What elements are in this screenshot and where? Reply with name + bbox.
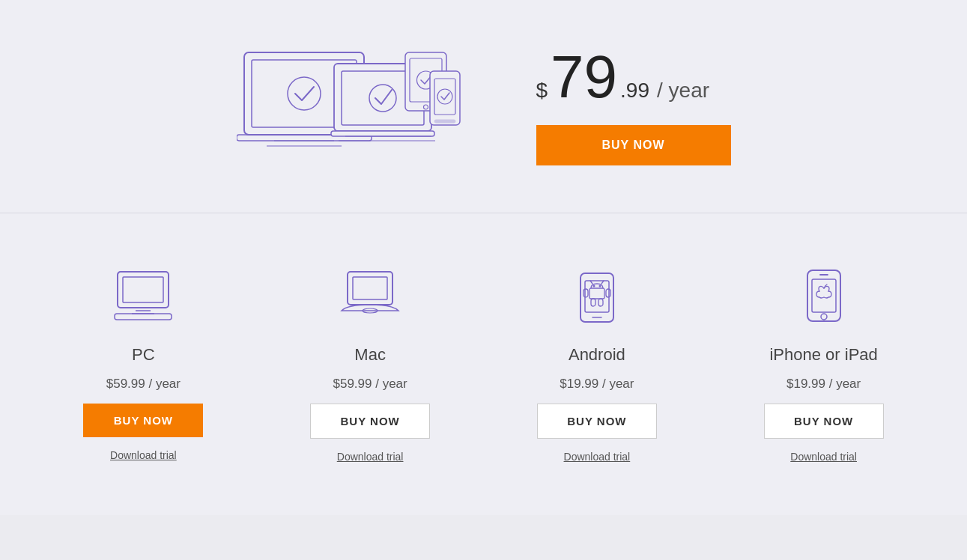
iphone-name: iPhone or iPad xyxy=(769,345,877,365)
svg-point-43 xyxy=(821,314,827,320)
price-period: / year xyxy=(657,79,709,103)
price-cents: .99 xyxy=(620,80,649,101)
buy-now-button-pc[interactable]: BUY NOW xyxy=(83,404,203,437)
pc-name: PC xyxy=(132,345,155,365)
iphone-icon xyxy=(794,266,854,326)
mac-icon xyxy=(340,266,400,326)
buy-now-button-mac[interactable]: BUY NOW xyxy=(310,404,430,439)
svg-rect-30 xyxy=(585,281,609,312)
svg-rect-38 xyxy=(591,299,595,306)
price-block: $ 79 .99 / year BUY NOW xyxy=(536,47,731,165)
svg-point-33 xyxy=(598,285,601,287)
svg-rect-27 xyxy=(353,277,387,299)
price-dollar: $ xyxy=(536,80,548,101)
product-card-mac: Mac $59.99 / year BUY NOW Download trial xyxy=(257,251,484,485)
download-trial-link-iphone[interactable]: Download trial xyxy=(790,451,857,463)
android-name: Android xyxy=(569,345,625,365)
download-trial-link-android[interactable]: Download trial xyxy=(564,451,631,463)
svg-rect-37 xyxy=(606,289,610,297)
mac-name: Mac xyxy=(354,345,386,365)
products-grid: PC $59.99 / year BUY NOW Download trial … xyxy=(30,251,937,485)
svg-rect-15 xyxy=(434,120,455,123)
iphone-price: $19.99 / year xyxy=(786,377,861,392)
svg-rect-42 xyxy=(812,279,836,312)
price-main: 79 xyxy=(551,47,617,107)
pc-icon xyxy=(113,266,173,326)
download-trial-link-mac[interactable]: Download trial xyxy=(337,451,404,463)
buy-now-button-android[interactable]: BUY NOW xyxy=(537,404,657,439)
product-card-android: Android $19.99 / year BUY NOW Download t… xyxy=(484,251,711,485)
buy-now-button-top[interactable]: BUY NOW xyxy=(536,125,731,165)
android-price: $19.99 / year xyxy=(560,377,634,392)
mac-price: $59.99 / year xyxy=(333,377,407,392)
product-card-pc: PC $59.99 / year BUY NOW Download trial xyxy=(30,251,257,485)
buy-now-button-iphone[interactable]: BUY NOW xyxy=(764,404,884,439)
bottom-section: PC $59.99 / year BUY NOW Download trial … xyxy=(0,213,967,515)
svg-point-32 xyxy=(592,285,595,287)
top-section: $ 79 .99 / year BUY NOW xyxy=(0,0,967,213)
pc-price: $59.99 / year xyxy=(106,377,181,392)
svg-rect-36 xyxy=(583,289,588,297)
android-icon xyxy=(567,266,627,326)
svg-rect-31 xyxy=(589,288,604,299)
svg-rect-39 xyxy=(598,299,603,306)
svg-rect-22 xyxy=(115,314,172,320)
download-trial-link-pc[interactable]: Download trial xyxy=(110,449,177,461)
devices-illustration xyxy=(237,30,476,183)
svg-point-2 xyxy=(288,77,321,110)
svg-rect-7 xyxy=(331,131,434,136)
price-display: $ 79 .99 / year xyxy=(536,47,710,107)
product-card-iphone-ipad: iPhone or iPad $19.99 / year BUY NOW Dow… xyxy=(710,251,937,485)
svg-rect-21 xyxy=(123,277,163,302)
